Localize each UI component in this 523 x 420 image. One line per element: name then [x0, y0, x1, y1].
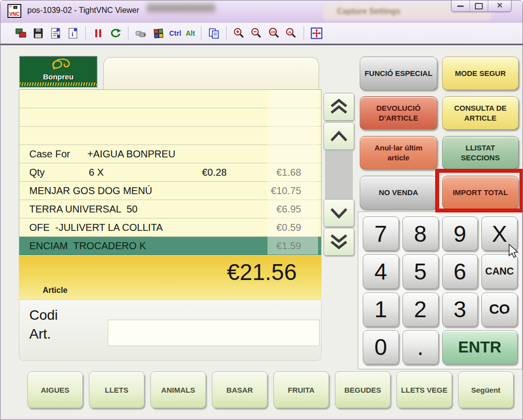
- anullar-ultim-article-button[interactable]: Anul·lar últimarticle: [360, 136, 437, 169]
- ctrl-key-button[interactable]: Ctrl: [169, 29, 181, 37]
- receipt-cell: +AIGUA BONPREU: [87, 148, 175, 160]
- zoom-auto-icon[interactable]: A: [285, 27, 298, 40]
- close-button[interactable]: ✕: [488, 0, 511, 11]
- refresh-icon[interactable]: [109, 27, 122, 40]
- zoom-out-icon[interactable]: [250, 27, 263, 40]
- alt-key-button[interactable]: Alt: [186, 29, 195, 37]
- chevron-down-icon: [328, 207, 350, 219]
- scroll-page-down-button[interactable]: [324, 228, 354, 256]
- tightvnc-window: Capture Settings ✳ VNC pos-1039-02 - Tig…: [0, 0, 523, 420]
- receipt-row-empty[interactable]: [19, 108, 321, 127]
- button-label: D'ARTICLE: [379, 113, 418, 123]
- new-connection-icon[interactable]: [14, 27, 27, 40]
- connection-options-icon[interactable]: [49, 27, 62, 40]
- key-1[interactable]: 1: [363, 292, 399, 327]
- devolucio-darticle-button[interactable]: DEVOLUCIÓD'ARTICLE: [360, 96, 437, 130]
- function-button-grid: FUNCIÓ ESPECIALMODE SEGURDEVOLUCIÓD'ARTI…: [360, 57, 519, 209]
- receipt-item-name: MENJAR GOS DOG MENÚ: [29, 185, 227, 197]
- receipt-cell: Case For: [29, 148, 87, 160]
- key-enter[interactable]: ENTR: [442, 330, 518, 364]
- receipt-row[interactable]: ENCIAM TROCADERO K€1.59: [19, 237, 321, 255]
- scroll-up-button[interactable]: [324, 122, 354, 150]
- article-code-label: Codi Art.: [29, 306, 58, 344]
- key-co[interactable]: CO: [481, 292, 518, 327]
- svg-text:A: A: [288, 30, 292, 35]
- receipt-cell: €0.28: [172, 167, 227, 178]
- background-window-hint: Capture Settings: [337, 7, 400, 16]
- total-band: €21.56 Article: [19, 256, 322, 299]
- receipt-row[interactable]: Qty6 X€0.28€1.68: [19, 163, 321, 182]
- scroll-down-button[interactable]: [324, 199, 354, 227]
- receipt-cell: Qty: [29, 167, 89, 178]
- svg-text:100: 100: [270, 30, 275, 34]
- key-4[interactable]: 4: [363, 254, 399, 288]
- title-bar: Capture Settings ✳ VNC pos-1039-02 - Tig…: [0, 0, 523, 22]
- funcio-especial-button[interactable]: FUNCIÓ ESPECIAL: [360, 57, 437, 90]
- fullscreen-icon[interactable]: [310, 27, 323, 40]
- receipt-list: Case For+AIGUA BONPREUQty6 X€0.28€1.68ME…: [19, 89, 322, 255]
- vnc-icon-label: VNC: [8, 11, 20, 17]
- receipt-header-tab[interactable]: [103, 57, 319, 90]
- category-basar-button[interactable]: BASAR: [212, 371, 267, 408]
- consulta-de-article-button[interactable]: CONSULTA DEARTICLE: [442, 96, 519, 130]
- category-aigues-button[interactable]: AIGUES: [27, 371, 83, 408]
- key-9[interactable]: 9: [442, 216, 478, 251]
- receipt-item-name: OFE -JULIVERT LA COLLITA: [29, 222, 227, 233]
- toolbar-separator: [304, 26, 304, 40]
- key-6[interactable]: 6: [442, 254, 478, 288]
- category-animals-button[interactable]: ANIMALS: [150, 371, 206, 408]
- vnc-icon-decoration: [15, 7, 16, 8]
- button-label: FUNCIÓ ESPECIAL: [365, 69, 433, 78]
- no-venda-button[interactable]: NO VENDA: [360, 176, 437, 209]
- vnc-icon-decoration: ✳: [9, 5, 12, 9]
- mode-segur-button[interactable]: MODE SEGUR: [442, 57, 519, 90]
- key-multiply[interactable]: X: [481, 216, 518, 251]
- pos-screen: Bonpreu Case For+AIGUA BONPREUQty6 X€0.2…: [1, 47, 523, 418]
- scrollbar-track[interactable]: [325, 150, 353, 200]
- import-total-button[interactable]: IMPORT TOTAL: [442, 176, 519, 209]
- zoom-in-icon[interactable]: [233, 27, 246, 40]
- receipt-cell: €1.68: [227, 167, 321, 178]
- zoom-100-icon[interactable]: 100: [267, 27, 280, 40]
- minimize-button[interactable]: [452, 0, 470, 11]
- close-icon: ✕: [488, 1, 511, 10]
- scroll-page-up-button[interactable]: [324, 93, 354, 121]
- key-8[interactable]: 8: [402, 216, 439, 251]
- transfer-files-icon[interactable]: [207, 27, 220, 40]
- chevron-double-down-icon: [328, 233, 350, 250]
- send-keys-icon[interactable]: [134, 27, 147, 40]
- receipt-item-price: €0.59: [227, 222, 321, 233]
- key-2[interactable]: 2: [402, 292, 439, 327]
- key-5[interactable]: 5: [402, 254, 439, 288]
- pause-icon[interactable]: [92, 27, 105, 40]
- category-llets-vege-button[interactable]: LLETS VEGE: [396, 371, 452, 408]
- button-label: SECCIONS: [461, 153, 500, 163]
- button-label: ARTICLE: [464, 113, 497, 123]
- code-label-line2: Art.: [29, 325, 58, 344]
- total-amount: €21.56: [227, 259, 297, 285]
- key-0[interactable]: 0: [363, 330, 399, 364]
- receipt-row[interactable]: Case For+AIGUA BONPREU: [19, 145, 321, 163]
- save-session-icon[interactable]: [32, 27, 45, 40]
- receipt-row[interactable]: MENJAR GOS DOG MENÚ€10.75: [19, 182, 321, 200]
- button-label: MODE SEGUR: [455, 69, 506, 78]
- article-code-input[interactable]: [108, 320, 320, 346]
- category-fruita-button[interactable]: FRUITA: [273, 371, 329, 408]
- ctrl-alt-del-windows-icon[interactable]: [152, 27, 165, 40]
- receipt-row-empty[interactable]: [19, 90, 321, 108]
- category-llets-button[interactable]: LLETS: [89, 371, 144, 408]
- llistat-seccions-button[interactable]: LLISTATSECCIONS: [442, 136, 519, 169]
- key-3[interactable]: 3: [442, 292, 478, 327]
- key-cancel[interactable]: CANC: [481, 254, 518, 288]
- maximize-button[interactable]: [470, 0, 488, 11]
- receipt-row-empty[interactable]: [19, 127, 321, 145]
- key-7[interactable]: 7: [363, 216, 399, 251]
- bonpreu-logo: Bonpreu: [19, 56, 97, 87]
- receipt-item-price: €1.59: [227, 240, 321, 252]
- connection-info-icon[interactable]: i: [66, 27, 79, 40]
- category-begudes-button[interactable]: BEGUDES: [335, 371, 391, 408]
- category-seguent-button[interactable]: Següent: [458, 371, 514, 408]
- key-decimal[interactable]: .: [402, 330, 439, 364]
- receipt-row[interactable]: TERRA UNIVERSAL 50€6.95: [19, 200, 321, 218]
- receipt-row[interactable]: OFE -JULIVERT LA COLLITA€0.59: [19, 218, 321, 237]
